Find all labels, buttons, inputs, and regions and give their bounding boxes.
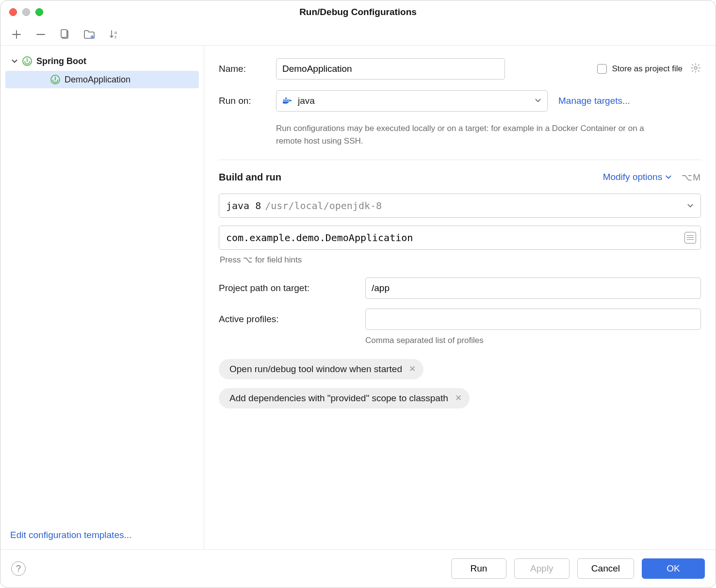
jdk-path: /usr/local/openjdk-8 <box>265 200 382 212</box>
jdk-select[interactable]: java 8 /usr/local/openjdk-8 <box>219 194 701 218</box>
store-project-file-checkbox[interactable] <box>597 64 607 74</box>
project-path-label: Project path on target: <box>219 283 365 294</box>
run-button[interactable]: Run <box>451 558 506 579</box>
modify-options-link[interactable]: Modify options <box>603 172 672 182</box>
spring-boot-icon <box>22 56 33 66</box>
config-tree: Spring Boot DemoApplication <box>0 52 204 521</box>
svg-rect-10 <box>285 98 287 99</box>
folder-add-button[interactable] <box>83 28 96 41</box>
svg-rect-9 <box>287 99 289 101</box>
option-pill-provided-scope: Add dependencies with "provided" scope t… <box>219 388 470 408</box>
remove-config-button[interactable] <box>34 28 47 41</box>
run-on-help: Run configurations may be executed local… <box>276 122 645 148</box>
store-project-file-label: Store as project file <box>612 64 683 74</box>
project-path-input[interactable] <box>365 278 701 299</box>
chevron-down-icon <box>535 96 541 106</box>
cancel-button[interactable]: Cancel <box>577 558 634 579</box>
divider <box>219 160 701 160</box>
modify-options-shortcut: ⌥M <box>682 172 701 183</box>
add-config-button[interactable] <box>10 28 23 41</box>
run-on-label: Run on: <box>219 96 276 106</box>
svg-rect-8 <box>285 99 287 101</box>
apply-button[interactable]: Apply <box>514 558 570 579</box>
dialog-footer: ? Run Apply Cancel OK <box>0 550 716 588</box>
chevron-down-icon <box>665 174 672 180</box>
tree-group-spring-boot[interactable]: Spring Boot <box>0 52 204 70</box>
name-input[interactable] <box>276 58 505 80</box>
config-sidebar: Spring Boot DemoApplication Edit configu… <box>0 46 204 549</box>
titlebar: Run/Debug Configurations <box>0 0 716 24</box>
field-hints: Press ⌥ for field hints <box>220 255 701 265</box>
svg-text:z: z <box>114 34 117 39</box>
tree-group-label: Spring Boot <box>36 56 86 66</box>
docker-icon <box>282 97 293 105</box>
sidebar-footer: Edit configuration templates... <box>0 521 204 549</box>
pill-label: Open run/debug tool window when started <box>229 364 402 375</box>
manage-targets-link[interactable]: Manage targets... <box>558 96 630 106</box>
config-main: Name: Store as project file Run on: java <box>204 46 716 549</box>
list-icon[interactable] <box>684 232 696 244</box>
pill-label: Add dependencies with "provided" scope t… <box>229 393 448 404</box>
option-pill-open-tool-window: Open run/debug tool window when started … <box>219 359 423 379</box>
ok-button[interactable]: OK <box>642 558 705 579</box>
svg-point-6 <box>694 66 697 69</box>
tree-item-label: DemoApplication <box>65 75 130 85</box>
main-class-input[interactable] <box>219 226 701 250</box>
run-on-value: java <box>298 96 315 106</box>
chevron-down-icon <box>687 200 694 212</box>
edit-templates-link[interactable]: Edit configuration templates... <box>10 530 131 540</box>
svg-rect-1 <box>61 30 67 37</box>
pill-remove-icon[interactable]: ✕ <box>409 364 416 374</box>
name-label: Name: <box>219 64 276 74</box>
sort-button[interactable]: az <box>107 28 120 41</box>
active-profiles-label: Active profiles: <box>219 314 365 325</box>
spring-boot-icon <box>50 74 61 85</box>
gear-icon[interactable] <box>690 63 701 76</box>
chevron-down-icon <box>11 58 18 65</box>
sidebar-toolbar: az <box>0 24 716 45</box>
tree-item-demoapplication[interactable]: DemoApplication <box>5 71 199 88</box>
pill-remove-icon[interactable]: ✕ <box>455 393 462 403</box>
active-profiles-input[interactable] <box>365 309 701 330</box>
help-button[interactable]: ? <box>11 561 26 576</box>
run-on-select[interactable]: java <box>276 90 548 112</box>
modify-options-label: Modify options <box>603 172 663 182</box>
build-run-title: Build and run <box>219 172 281 183</box>
active-profiles-hint: Comma separated list of profiles <box>365 336 701 345</box>
window-title: Run/Debug Configurations <box>0 7 716 17</box>
copy-config-button[interactable] <box>59 28 71 41</box>
jdk-label: java 8 <box>226 200 261 212</box>
svg-rect-7 <box>283 99 285 101</box>
